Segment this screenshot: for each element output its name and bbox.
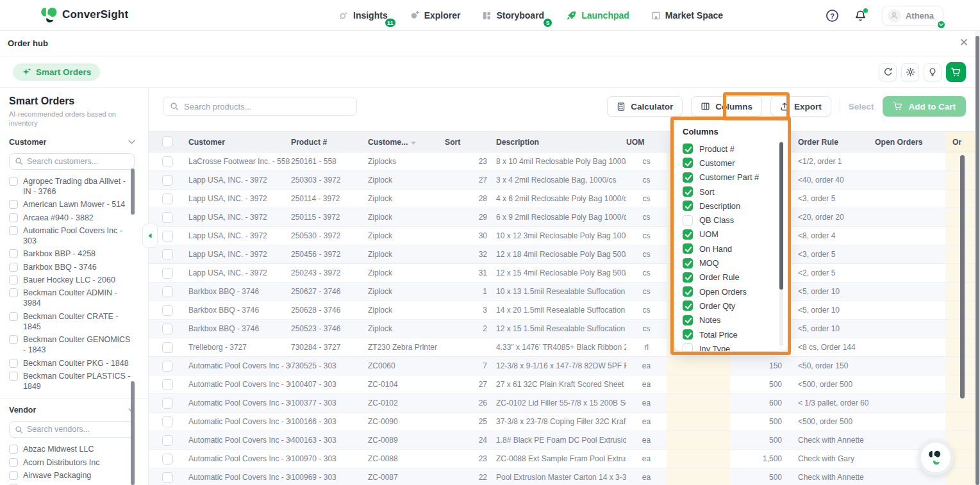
customer-filter-item[interactable]: Agropec Trading dba Allivet - IN - 3766 bbox=[9, 175, 132, 198]
column-toggle-item[interactable]: Product # bbox=[683, 142, 788, 156]
table-row[interactable]: Lapp USA, INC. - 3972 250456 - 3972 Zipl… bbox=[149, 245, 980, 264]
customer-filter-item[interactable]: Beckman Coulter ADMIN - 3984 bbox=[9, 286, 132, 309]
column-toggle-item[interactable]: UOM bbox=[683, 227, 788, 242]
column-toggle-item[interactable]: Notes bbox=[683, 313, 788, 327]
checkbox[interactable] bbox=[9, 226, 18, 235]
checkbox[interactable] bbox=[9, 445, 18, 454]
customer-filter-item[interactable]: Barkbox BBQ - 3746 bbox=[9, 260, 132, 273]
row-checkbox[interactable] bbox=[162, 435, 173, 446]
vendor-section-header[interactable]: Vendor bbox=[9, 406, 148, 415]
customer-filter-item[interactable]: Arcaea #940 - 3882 bbox=[9, 211, 132, 224]
column-toggle-item[interactable]: On Hand bbox=[683, 242, 788, 256]
column-checkbox[interactable] bbox=[683, 329, 693, 340]
column-checkbox[interactable] bbox=[683, 243, 693, 254]
column-checkbox[interactable] bbox=[683, 186, 693, 197]
customer-filter-item[interactable]: Beckman Coulter GENOMICS - 1843 bbox=[9, 333, 132, 356]
product-search[interactable] bbox=[163, 97, 357, 116]
table-row[interactable]: LaCrosse Footwear Inc. - 558 250161 - 55… bbox=[149, 152, 980, 171]
table-row[interactable]: Automatic Pool Covers Inc - 303 100970 -… bbox=[149, 450, 980, 468]
columns-panel-scrollbar[interactable] bbox=[779, 142, 783, 290]
select-all-checkbox[interactable] bbox=[162, 136, 173, 147]
header-sort[interactable]: Sort bbox=[437, 132, 488, 152]
vendor-filter-item[interactable]: Abzac Midwest LLC bbox=[9, 443, 132, 456]
table-row[interactable]: Automatic Pool Covers Inc - 303 100377 -… bbox=[149, 394, 980, 413]
close-icon[interactable]: ✕ bbox=[959, 37, 968, 48]
column-checkbox[interactable] bbox=[683, 144, 693, 154]
row-checkbox[interactable] bbox=[162, 416, 173, 427]
table-row[interactable]: Lapp USA, INC. - 3972 250303 - 3972 Zipl… bbox=[149, 171, 980, 190]
table-row[interactable]: Automatic Pool Covers Inc - 303 400163 -… bbox=[149, 431, 980, 450]
table-vertical-scrollbar[interactable] bbox=[960, 155, 965, 399]
nav-storyboard[interactable]: Storyboard 5 bbox=[482, 10, 544, 21]
column-toggle-item[interactable]: Sort bbox=[683, 185, 788, 199]
table-row[interactable]: Barkbox BBQ - 3746 250628 - 3746 Ziplock… bbox=[149, 301, 980, 320]
table-row[interactable]: Lapp USA, INC. - 3972 250530 - 3972 Zipl… bbox=[149, 227, 980, 245]
column-toggle-item[interactable]: Order Rule bbox=[683, 270, 788, 284]
checkbox[interactable] bbox=[9, 263, 18, 272]
row-checkbox[interactable] bbox=[162, 305, 173, 316]
nav-insights[interactable]: Insights 11 bbox=[338, 10, 388, 21]
column-checkbox[interactable] bbox=[683, 272, 693, 283]
column-checkbox[interactable] bbox=[683, 158, 693, 168]
table-row[interactable]: Automatic Pool Covers Inc - 303 100166 -… bbox=[149, 413, 980, 431]
header-open-orders[interactable]: Open Orders bbox=[868, 132, 945, 152]
nav-market-space[interactable]: Market Space bbox=[651, 10, 723, 21]
customer-search[interactable] bbox=[9, 153, 135, 170]
column-checkbox[interactable] bbox=[683, 215, 693, 226]
settings-gear-button[interactable] bbox=[901, 63, 919, 81]
column-checkbox[interactable] bbox=[683, 229, 693, 240]
cart-button[interactable] bbox=[946, 62, 966, 82]
table-row[interactable]: Automatic Pool Covers Inc - 303 730525 -… bbox=[149, 357, 980, 375]
conversight-logo[interactable]: ConverSight bbox=[40, 6, 128, 24]
checkbox[interactable] bbox=[9, 471, 18, 480]
row-checkbox[interactable] bbox=[162, 249, 173, 260]
column-checkbox[interactable] bbox=[683, 258, 693, 268]
row-checkbox[interactable] bbox=[162, 286, 173, 297]
row-checkbox[interactable] bbox=[162, 454, 173, 464]
vendor-list-scrollbar[interactable] bbox=[131, 381, 135, 485]
header-product[interactable]: Product # bbox=[291, 132, 368, 152]
checkbox[interactable] bbox=[9, 335, 18, 344]
column-toggle-item[interactable]: Description bbox=[683, 199, 788, 213]
header-uom[interactable]: UOM bbox=[626, 132, 667, 152]
row-checkbox[interactable] bbox=[162, 268, 173, 279]
checkbox[interactable] bbox=[9, 213, 18, 222]
customer-section-header[interactable]: Customer bbox=[9, 138, 148, 147]
customer-search-input[interactable] bbox=[27, 157, 123, 166]
notifications-bell-icon[interactable] bbox=[854, 10, 867, 22]
nav-launchpad[interactable]: Launchpad bbox=[566, 10, 629, 21]
row-checkbox[interactable] bbox=[162, 156, 173, 167]
checkbox[interactable] bbox=[9, 200, 18, 209]
assistant-floating-button[interactable] bbox=[918, 440, 954, 475]
table-row[interactable]: Lapp USA, INC. - 3972 250114 - 3972 Zipl… bbox=[149, 190, 980, 208]
checkbox[interactable] bbox=[9, 275, 18, 284]
customer-list-scrollbar[interactable] bbox=[131, 169, 135, 215]
table-row[interactable]: Barkbox BBQ - 3746 250627 - 3746 Ziplock… bbox=[149, 283, 980, 301]
column-toggle-item[interactable]: Open Orders bbox=[683, 284, 788, 299]
row-checkbox[interactable] bbox=[162, 212, 173, 223]
column-checkbox[interactable] bbox=[683, 300, 693, 311]
table-row[interactable]: Lapp USA, INC. - 3972 250243 - 3972 Zipl… bbox=[149, 264, 980, 283]
column-checkbox[interactable] bbox=[683, 315, 693, 325]
columns-button[interactable]: Columns bbox=[691, 96, 762, 117]
column-checkbox[interactable] bbox=[683, 201, 693, 211]
nav-explorer[interactable]: Explorer bbox=[410, 10, 461, 21]
vendor-search[interactable] bbox=[9, 421, 135, 438]
customer-filter-item[interactable]: Barkbox BBP - 4258 bbox=[9, 247, 132, 260]
column-toggle-item[interactable]: QB Class bbox=[683, 213, 788, 227]
column-toggle-item[interactable]: MOQ bbox=[683, 256, 788, 270]
add-to-cart-button[interactable]: Add to Cart bbox=[883, 96, 967, 117]
checkbox[interactable] bbox=[9, 359, 18, 368]
row-checkbox[interactable] bbox=[162, 231, 173, 242]
page-scrollbar[interactable] bbox=[975, 31, 980, 485]
column-checkbox[interactable] bbox=[683, 286, 693, 297]
header-description[interactable]: Description bbox=[488, 132, 626, 152]
row-checkbox[interactable] bbox=[162, 379, 173, 390]
vendor-search-input[interactable] bbox=[27, 425, 123, 434]
row-checkbox[interactable] bbox=[162, 175, 173, 186]
customer-filter-item[interactable]: Automatic Pool Covers Inc - 303 bbox=[9, 224, 132, 247]
row-checkbox[interactable] bbox=[162, 472, 173, 483]
vendor-filter-item[interactable]: American Label Products, Inc bbox=[9, 482, 132, 485]
column-toggle-item[interactable]: Customer Part # bbox=[683, 170, 788, 185]
help-icon[interactable]: ? bbox=[826, 9, 839, 22]
